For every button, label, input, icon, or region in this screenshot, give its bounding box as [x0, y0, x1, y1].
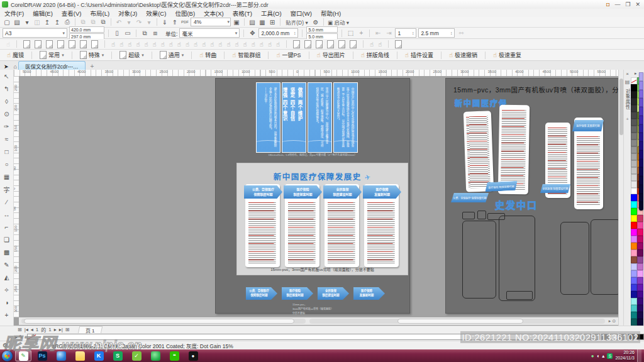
current-page-button[interactable]: ⧈ [151, 29, 160, 37]
color-swatch[interactable] [639, 98, 643, 107]
tray-icon-wps-tray[interactable]: S [607, 353, 613, 359]
taskbar-clock[interactable]: 20:26 2024/11/3 [615, 350, 635, 361]
macro-hand-icon[interactable]: ☝ [260, 41, 264, 48]
color-swatch[interactable] [631, 84, 637, 91]
cut-button[interactable]: ⧉ [79, 18, 87, 26]
menu-item-表[interactable]: 表格(T) [228, 9, 257, 18]
exploded-ribbon[interactable]: 医疗保险 制度探索时期 [485, 181, 518, 192]
color-swatch[interactable] [639, 202, 643, 211]
color-swatch[interactable] [631, 140, 637, 146]
palette-scroll-up-icon[interactable]: ▸ [635, 71, 637, 76]
color-swatch[interactable] [631, 312, 637, 319]
color-swatch[interactable] [639, 194, 643, 202]
cutline-wireframe[interactable] [506, 291, 533, 300]
drawing-canvas[interactable]: 建立全民医保制度的根本目的，就是要解除全体人民的疾病医疗后顾之忧。 ——习近平做… [19, 76, 618, 317]
exploded-ribbon[interactable]: 全民医保 制度建设时期 [540, 184, 570, 193]
macro-hand-icon[interactable]: ☝ [252, 41, 255, 48]
color-swatch[interactable] [631, 291, 637, 298]
color-swatch[interactable] [639, 141, 643, 150]
sign-in-icon[interactable]: ◘ [606, 1, 609, 8]
color-swatch[interactable] [631, 229, 637, 236]
menu-item-工[interactable]: 工具(O) [257, 9, 286, 18]
color-swatch[interactable] [637, 312, 643, 319]
micro-distance-field[interactable]: 2.5 mm↕ [418, 28, 455, 38]
macro-hand-icon[interactable]: ☝ [177, 41, 181, 48]
color-swatch[interactable] [637, 284, 643, 291]
minimize-button[interactable]: — [614, 1, 620, 8]
connector-tool[interactable]: ⌐ [2, 222, 12, 231]
import-button[interactable]: ⇓ [160, 18, 169, 26]
color-swatch[interactable] [631, 77, 637, 84]
paste-button[interactable]: ⧉ [99, 18, 108, 26]
new-document-button[interactable]: ▢ [3, 18, 11, 26]
outline-pen-tool[interactable]: ✎ [2, 260, 12, 269]
treat-as-filled-button[interactable]: ⬚ [346, 29, 355, 37]
line-tool[interactable]: ∕ [2, 197, 12, 206]
macro-hand-icon[interactable]: ☝ [276, 41, 280, 48]
color-swatch[interactable] [639, 90, 643, 99]
color-swatch[interactable] [639, 185, 643, 194]
plugin-item-4[interactable]: 超级▾ [116, 50, 147, 60]
macro-hand-icon[interactable]: ☝ [194, 41, 197, 48]
horizontal-scrollbar[interactable]: ▸ ⊙ [19, 317, 618, 325]
color-swatch[interactable] [637, 263, 643, 270]
nudge-field[interactable]: 2,000.0 mm↕ [258, 28, 298, 38]
color-swatch[interactable] [631, 133, 637, 140]
tray-icon-safety-tray[interactable]: ● [591, 353, 594, 359]
open-document-button[interactable]: ▤ [13, 18, 21, 26]
menu-item-布[interactable]: 布局(L) [86, 9, 114, 18]
launch-dropdown[interactable]: ▣ 启动 ▾ [327, 18, 350, 26]
open-dropdown[interactable]: ▾ [23, 18, 31, 26]
shape-tool[interactable]: ↰ [2, 84, 12, 93]
save-button[interactable]: ◫ [33, 18, 42, 26]
tray-icon-volume[interactable]: ◖ [597, 353, 600, 359]
color-swatch[interactable] [631, 236, 637, 243]
macro-page-icon[interactable] [316, 40, 323, 48]
color-swatch[interactable] [631, 112, 637, 119]
color-swatch[interactable] [637, 222, 643, 229]
process-arrow-1[interactable]: 公费、劳保医疗保障制度时期 [246, 287, 277, 300]
color-swatch[interactable] [639, 81, 643, 90]
zoom-level-combo[interactable]: 4%▾ [191, 18, 231, 26]
macro-hand-icon[interactable]: ☝ [169, 41, 173, 48]
plugin-item-11[interactable]: ☝插件设置 [402, 50, 436, 60]
plugin-item-12[interactable]: ☝极速撤销 [446, 50, 480, 60]
copies-field[interactable]: 1↕ [395, 28, 416, 38]
color-swatch[interactable] [637, 236, 643, 243]
color-swatch[interactable] [631, 277, 637, 284]
color-swatch[interactable] [637, 319, 643, 326]
zoom-tool[interactable]: ⊙ [2, 109, 12, 118]
plugin-item-3[interactable]: 特殊▾ [77, 50, 108, 60]
banner-2[interactable]: 做到 两个维护 坚定 四个自信 增强 四个意识 [282, 82, 306, 153]
color-swatch[interactable] [631, 194, 637, 201]
color-swatch[interactable] [631, 153, 637, 160]
more-tools[interactable]: + [2, 310, 12, 319]
macro-page-icon[interactable] [23, 40, 30, 48]
show-desktop-button[interactable] [637, 349, 641, 362]
pick-tool[interactable]: ↖ [2, 72, 12, 80]
overprint-button[interactable]: ⇿ [457, 29, 465, 37]
macro-hand-icon[interactable]: ☝ [119, 41, 123, 48]
color-swatch[interactable] [639, 167, 643, 176]
menu-item-编[interactable]: 编辑(E) [28, 9, 57, 18]
eraser-tool[interactable]: ◊ [2, 97, 12, 106]
color-swatch[interactable] [637, 298, 643, 305]
redo-dropdown[interactable]: ▾ [145, 18, 153, 26]
plugin-item-10[interactable]: ☝拼版角线 [358, 50, 392, 60]
ellipse-tool[interactable]: ○ [2, 160, 12, 168]
menu-item-帮[interactable]: 帮助(H) [316, 9, 345, 18]
new-document-tab-button[interactable]: + [91, 63, 94, 70]
color-swatch[interactable] [637, 270, 643, 277]
page-right-artboard[interactable]: 15mm−pvc，3mm国产有机板uv背喷（裱双面胶），分层不 新中国医疗保 公… [445, 78, 618, 314]
macro-page-icon[interactable] [304, 40, 311, 48]
macro-page-icon[interactable] [395, 40, 402, 48]
color-swatch[interactable] [631, 284, 637, 291]
color-swatch[interactable] [631, 98, 637, 105]
color-swatch[interactable] [631, 250, 637, 256]
taskbar-icon-wechat[interactable]: ❝ [166, 350, 182, 361]
color-swatch[interactable] [637, 277, 643, 284]
options-button[interactable]: ⚙ [311, 18, 320, 26]
color-swatch[interactable] [631, 188, 637, 195]
color-swatch[interactable] [639, 150, 643, 159]
interactive-fill-tool[interactable]: ◑ [2, 298, 12, 307]
